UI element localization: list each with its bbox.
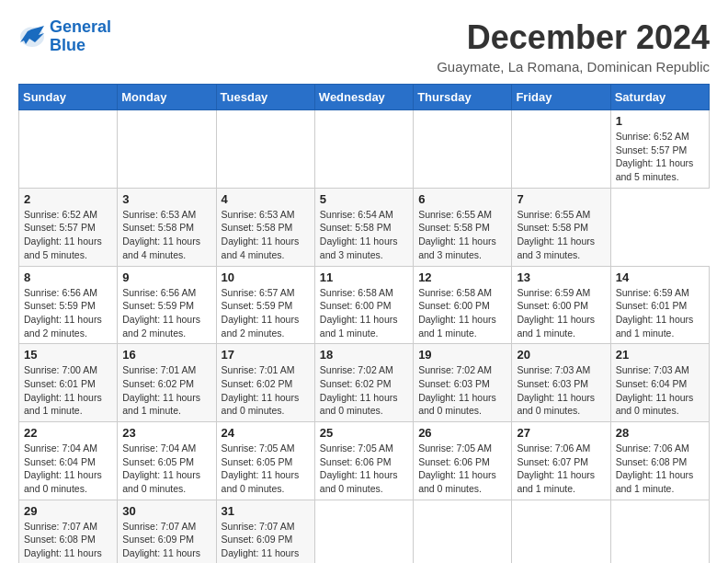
- day-info: Sunrise: 6:58 AMSunset: 6:00 PMDaylight:…: [418, 286, 506, 340]
- day-number: 5: [320, 192, 408, 206]
- calendar-day-8: 8Sunrise: 6:56 AMSunset: 5:59 PMDaylight…: [19, 266, 118, 344]
- day-info: Sunrise: 7:05 AMSunset: 6:05 PMDaylight:…: [222, 442, 310, 496]
- calendar-day-17: 17Sunrise: 7:01 AMSunset: 6:02 PMDayligh…: [216, 344, 314, 422]
- day-info: Sunrise: 6:58 AMSunset: 6:00 PMDaylight:…: [320, 286, 408, 340]
- day-info: Sunrise: 6:56 AMSunset: 5:59 PMDaylight:…: [122, 286, 210, 340]
- empty-cell: [314, 500, 413, 563]
- day-number: 24: [222, 426, 310, 440]
- calendar-day-7: 7Sunrise: 6:55 AMSunset: 5:58 PMDaylight…: [512, 188, 610, 266]
- day-header-thursday: Thursday: [414, 85, 512, 110]
- calendar-day-31: 31Sunrise: 7:07 AMSunset: 6:09 PMDayligh…: [216, 500, 314, 563]
- day-header-saturday: Saturday: [610, 85, 709, 110]
- day-info: Sunrise: 6:52 AMSunset: 5:57 PMDaylight:…: [24, 208, 112, 262]
- day-number: 4: [222, 192, 310, 206]
- day-info: Sunrise: 7:01 AMSunset: 6:02 PMDaylight:…: [122, 363, 210, 418]
- calendar-day-12: 12Sunrise: 6:58 AMSunset: 6:00 PMDayligh…: [414, 266, 512, 344]
- calendar-day-26: 26Sunrise: 7:05 AMSunset: 6:06 PMDayligh…: [414, 422, 512, 500]
- day-info: Sunrise: 7:03 AMSunset: 6:03 PMDaylight:…: [517, 363, 605, 418]
- calendar-day-10: 10Sunrise: 6:57 AMSunset: 5:59 PMDayligh…: [216, 266, 314, 344]
- day-number: 13: [517, 270, 605, 284]
- calendar-day-29: 29Sunrise: 7:07 AMSunset: 6:08 PMDayligh…: [19, 500, 118, 563]
- calendar-week-5: 22Sunrise: 7:04 AMSunset: 6:04 PMDayligh…: [19, 422, 710, 500]
- day-number: 28: [616, 426, 704, 440]
- calendar-day-21: 21Sunrise: 7:03 AMSunset: 6:04 PMDayligh…: [610, 344, 709, 422]
- day-header-tuesday: Tuesday: [216, 85, 314, 110]
- day-number: 21: [616, 348, 704, 362]
- day-info: Sunrise: 6:53 AMSunset: 5:58 PMDaylight:…: [122, 208, 210, 262]
- day-number: 26: [418, 426, 506, 440]
- day-number: 25: [320, 426, 408, 440]
- day-number: 14: [616, 270, 704, 284]
- calendar-day-30: 30Sunrise: 7:07 AMSunset: 6:09 PMDayligh…: [118, 500, 216, 563]
- day-info: Sunrise: 7:01 AMSunset: 6:02 PMDaylight:…: [222, 363, 310, 418]
- day-number: 30: [122, 504, 210, 518]
- day-number: 1: [616, 114, 704, 128]
- day-number: 3: [122, 192, 210, 206]
- calendar-day-22: 22Sunrise: 7:04 AMSunset: 6:04 PMDayligh…: [19, 422, 118, 500]
- calendar-header-row: SundayMondayTuesdayWednesdayThursdayFrid…: [19, 85, 710, 110]
- calendar-day-15: 15Sunrise: 7:00 AMSunset: 6:01 PMDayligh…: [19, 344, 118, 422]
- calendar-day-5: 5Sunrise: 6:54 AMSunset: 5:58 PMDaylight…: [314, 188, 413, 266]
- calendar-day-18: 18Sunrise: 7:02 AMSunset: 6:02 PMDayligh…: [314, 344, 413, 422]
- day-number: 22: [24, 426, 112, 440]
- day-info: Sunrise: 7:02 AMSunset: 6:02 PMDaylight:…: [320, 363, 408, 418]
- calendar-day-28: 28Sunrise: 7:06 AMSunset: 6:08 PMDayligh…: [610, 422, 709, 500]
- calendar-week-3: 8Sunrise: 6:56 AMSunset: 5:59 PMDaylight…: [19, 266, 710, 344]
- calendar-day-1: 1Sunrise: 6:52 AMSunset: 5:57 PMDaylight…: [610, 110, 709, 189]
- empty-cell: [512, 110, 610, 189]
- calendar-day-9: 9Sunrise: 6:56 AMSunset: 5:59 PMDaylight…: [118, 266, 216, 344]
- empty-cell: [118, 110, 216, 189]
- logo: General Blue: [18, 18, 111, 55]
- calendar-day-14: 14Sunrise: 6:59 AMSunset: 6:01 PMDayligh…: [610, 266, 709, 344]
- day-info: Sunrise: 7:04 AMSunset: 6:04 PMDaylight:…: [24, 442, 112, 496]
- day-info: Sunrise: 7:02 AMSunset: 6:03 PMDaylight:…: [418, 363, 506, 418]
- day-number: 19: [418, 348, 506, 362]
- day-info: Sunrise: 6:52 AMSunset: 5:57 PMDaylight:…: [616, 130, 704, 184]
- calendar-day-13: 13Sunrise: 6:59 AMSunset: 6:00 PMDayligh…: [512, 266, 610, 344]
- calendar-week-2: 2Sunrise: 6:52 AMSunset: 5:57 PMDaylight…: [19, 188, 710, 266]
- day-number: 23: [122, 426, 210, 440]
- day-header-friday: Friday: [512, 85, 610, 110]
- calendar-day-11: 11Sunrise: 6:58 AMSunset: 6:00 PMDayligh…: [314, 266, 413, 344]
- day-info: Sunrise: 6:54 AMSunset: 5:58 PMDaylight:…: [320, 208, 408, 262]
- day-info: Sunrise: 7:06 AMSunset: 6:08 PMDaylight:…: [616, 442, 704, 496]
- day-number: 7: [517, 192, 605, 206]
- day-info: Sunrise: 6:53 AMSunset: 5:58 PMDaylight:…: [222, 208, 310, 262]
- day-info: Sunrise: 7:05 AMSunset: 6:06 PMDaylight:…: [320, 442, 408, 496]
- day-info: Sunrise: 6:59 AMSunset: 6:00 PMDaylight:…: [517, 286, 605, 340]
- day-number: 15: [24, 348, 112, 362]
- month-title: December 2024: [437, 18, 710, 57]
- calendar-week-4: 15Sunrise: 7:00 AMSunset: 6:01 PMDayligh…: [19, 344, 710, 422]
- day-info: Sunrise: 7:07 AMSunset: 6:08 PMDaylight:…: [24, 520, 112, 563]
- empty-cell: [610, 500, 709, 563]
- day-info: Sunrise: 7:06 AMSunset: 6:07 PMDaylight:…: [517, 442, 605, 496]
- day-info: Sunrise: 6:55 AMSunset: 5:58 PMDaylight:…: [418, 208, 506, 262]
- day-number: 10: [222, 270, 310, 284]
- logo-bird-icon: [18, 24, 46, 50]
- day-number: 31: [222, 504, 310, 518]
- day-header-wednesday: Wednesday: [314, 85, 413, 110]
- calendar-day-16: 16Sunrise: 7:01 AMSunset: 6:02 PMDayligh…: [118, 344, 216, 422]
- title-block: December 2024 Guaymate, La Romana, Domin…: [437, 18, 710, 75]
- calendar-day-20: 20Sunrise: 7:03 AMSunset: 6:03 PMDayligh…: [512, 344, 610, 422]
- day-info: Sunrise: 7:03 AMSunset: 6:04 PMDaylight:…: [616, 363, 704, 418]
- calendar-day-4: 4Sunrise: 6:53 AMSunset: 5:58 PMDaylight…: [216, 188, 314, 266]
- day-header-sunday: Sunday: [19, 85, 118, 110]
- calendar-table: SundayMondayTuesdayWednesdayThursdayFrid…: [18, 84, 710, 563]
- calendar-week-6: 29Sunrise: 7:07 AMSunset: 6:08 PMDayligh…: [19, 500, 710, 563]
- day-info: Sunrise: 7:00 AMSunset: 6:01 PMDaylight:…: [24, 363, 112, 418]
- empty-cell: [19, 110, 118, 189]
- location: Guaymate, La Romana, Dominican Republic: [437, 59, 710, 75]
- day-number: 12: [418, 270, 506, 284]
- day-info: Sunrise: 7:07 AMSunset: 6:09 PMDaylight:…: [222, 520, 310, 563]
- day-info: Sunrise: 6:57 AMSunset: 5:59 PMDaylight:…: [222, 286, 310, 340]
- calendar-day-2: 2Sunrise: 6:52 AMSunset: 5:57 PMDaylight…: [19, 188, 118, 266]
- day-header-monday: Monday: [118, 85, 216, 110]
- page-header: General Blue December 2024 Guaymate, La …: [18, 18, 710, 75]
- empty-cell: [512, 500, 610, 563]
- day-number: 2: [24, 192, 112, 206]
- calendar-day-6: 6Sunrise: 6:55 AMSunset: 5:58 PMDaylight…: [414, 188, 512, 266]
- day-info: Sunrise: 6:59 AMSunset: 6:01 PMDaylight:…: [616, 286, 704, 340]
- calendar-day-3: 3Sunrise: 6:53 AMSunset: 5:58 PMDaylight…: [118, 188, 216, 266]
- day-number: 11: [320, 270, 408, 284]
